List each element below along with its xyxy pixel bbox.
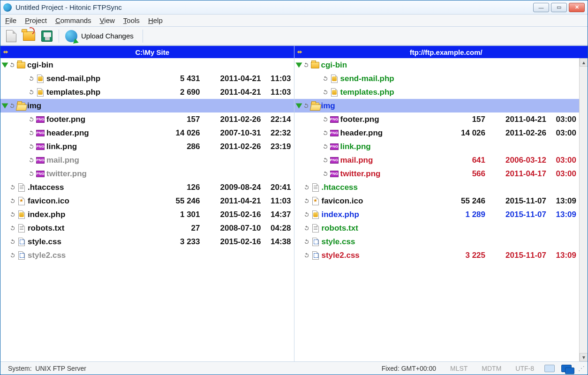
file-row[interactable]: index.php1 2892015-11-0713:09 [294, 208, 580, 221]
file-row[interactable]: PNGfooter.png1572011-02-2622:14 [0, 112, 294, 126]
refresh-icon[interactable] [28, 116, 35, 123]
item-name: .htaccess [322, 183, 358, 192]
png-icon: PNG [36, 142, 45, 151]
item-date: 2008-07-10 [200, 224, 261, 233]
refresh-icon[interactable] [303, 197, 310, 205]
expand-toggle-icon[interactable] [295, 62, 302, 68]
expand-toggle-icon[interactable] [2, 103, 8, 108]
file-row[interactable]: .htaccess [294, 180, 580, 194]
minimize-button[interactable]: — [533, 3, 549, 12]
refresh-icon[interactable] [28, 157, 35, 164]
file-row[interactable]: PNGheader.png14 0262011-02-2603:00 [294, 126, 580, 140]
refresh-icon[interactable] [322, 143, 329, 150]
item-name: favicon.ico [322, 196, 363, 206]
item-size: 55 246 [443, 196, 485, 206]
file-row[interactable]: robots.txt [294, 221, 580, 235]
png-icon: PNG [330, 142, 339, 151]
file-row[interactable]: PNGmail.png6412006-03-1203:00 [294, 153, 580, 167]
scrollbar[interactable]: ▲ ▼ [579, 58, 588, 361]
menu-tools[interactable]: Tools [123, 16, 140, 24]
file-row[interactable]: PNGmail.png [0, 153, 294, 167]
refresh-icon[interactable] [322, 170, 329, 178]
file-row[interactable]: templates.php2 6902011-04-2111:03 [0, 85, 294, 99]
folder-row[interactable]: img [0, 99, 294, 112]
file-row[interactable]: PNGtwitter.png [0, 167, 294, 180]
refresh-icon[interactable] [303, 184, 310, 191]
panes-icon[interactable] [544, 365, 555, 372]
remote-file-list[interactable]: cgi-binsend-mail.phptemplates.phpimgPNGf… [294, 58, 580, 361]
refresh-icon[interactable] [322, 129, 329, 137]
close-button[interactable]: ✕ [569, 3, 585, 12]
refresh-icon[interactable] [303, 225, 310, 232]
item-time: 14:37 [261, 210, 294, 219]
folder-icon [311, 61, 319, 69]
file-row[interactable]: templates.php [294, 85, 580, 99]
panes-dual-icon[interactable] [561, 365, 572, 372]
item-time: 11:03 [261, 74, 294, 83]
file-row[interactable]: PNGlink.png2862011-02-2623:19 [0, 140, 294, 153]
refresh-icon[interactable] [322, 157, 329, 164]
scroll-down-button[interactable]: ▼ [580, 353, 588, 361]
toolbar-separator [59, 30, 59, 43]
refresh-icon[interactable] [322, 89, 329, 96]
file-row[interactable]: robots.txt272008-07-1004:28 [0, 221, 294, 235]
file-row[interactable]: style.css [294, 235, 580, 248]
menu-help[interactable]: Help [148, 16, 163, 24]
menu-commands[interactable]: Commands [55, 16, 91, 24]
file-row[interactable]: PNGtwitter.png5662011-04-1703:00 [294, 167, 580, 180]
refresh-icon[interactable] [28, 89, 35, 96]
file-row[interactable]: send-mail.php5 4312011-04-2111:03 [0, 72, 294, 85]
folder-row[interactable]: cgi-bin [0, 58, 294, 72]
expand-toggle-icon[interactable] [295, 103, 302, 108]
maximize-button[interactable]: ▭ [551, 3, 567, 12]
file-row[interactable]: PNGheader.png14 0262007-10-3122:32 [0, 126, 294, 140]
refresh-icon[interactable] [28, 143, 35, 150]
refresh-icon[interactable] [28, 75, 35, 82]
refresh-icon[interactable] [303, 252, 310, 259]
folder-row[interactable]: cgi-bin [294, 58, 580, 72]
item-time: 22:32 [261, 128, 294, 138]
refresh-icon[interactable] [9, 252, 16, 259]
refresh-icon[interactable] [302, 61, 310, 69]
file-row[interactable]: favicon.ico55 2462011-04-2111:03 [0, 194, 294, 208]
file-row[interactable]: style2.css [0, 248, 294, 262]
item-time: 22:14 [261, 115, 294, 124]
refresh-icon[interactable] [322, 75, 329, 82]
file-row[interactable]: send-mail.php [294, 72, 580, 85]
file-row[interactable]: index.php1 3012015-02-1614:37 [0, 208, 294, 221]
resize-grip[interactable]: ⋰ [578, 365, 584, 372]
upload-changes-button[interactable]: Upload Changes [63, 29, 139, 44]
local-panel-header[interactable]: C:\My Site [0, 46, 294, 58]
expand-toggle-icon[interactable] [2, 62, 8, 68]
refresh-icon[interactable] [9, 211, 16, 218]
item-date: 2011-04-21 [200, 196, 261, 206]
folder-row[interactable]: img [294, 99, 580, 112]
file-row[interactable]: style2.css3 2252015-11-0713:09 [294, 248, 580, 262]
remote-panel-header[interactable]: ftp://ftp.example.com/ [294, 46, 588, 58]
file-row[interactable]: PNGlink.png [294, 140, 580, 153]
file-row[interactable]: favicon.ico55 2462015-11-0713:09 [294, 194, 580, 208]
refresh-icon[interactable] [303, 238, 310, 246]
refresh-icon[interactable] [302, 102, 310, 110]
refresh-icon[interactable] [303, 211, 310, 218]
refresh-icon[interactable] [28, 129, 35, 137]
new-project-button[interactable] [3, 29, 19, 44]
refresh-icon[interactable] [8, 61, 16, 69]
file-row[interactable]: style.css3 2332015-02-1614:38 [0, 235, 294, 248]
save-project-button[interactable] [39, 29, 55, 44]
menu-file[interactable]: File [5, 16, 16, 24]
refresh-icon[interactable] [8, 102, 16, 110]
local-file-list[interactable]: cgi-binsend-mail.php5 4312011-04-2111:03… [0, 58, 294, 361]
file-row[interactable]: .htaccess1262009-08-2420:41 [0, 180, 294, 194]
menu-view[interactable]: View [100, 16, 115, 24]
refresh-icon[interactable] [9, 197, 16, 205]
refresh-icon[interactable] [9, 238, 16, 246]
scroll-up-button[interactable]: ▲ [580, 58, 588, 67]
refresh-icon[interactable] [9, 184, 16, 191]
refresh-icon[interactable] [28, 170, 35, 178]
file-row[interactable]: PNGfooter.png1572011-04-2103:00 [294, 112, 580, 126]
open-project-button[interactable] [21, 29, 37, 44]
refresh-icon[interactable] [322, 116, 329, 123]
menu-project[interactable]: Project [25, 16, 47, 24]
refresh-icon[interactable] [9, 225, 16, 232]
